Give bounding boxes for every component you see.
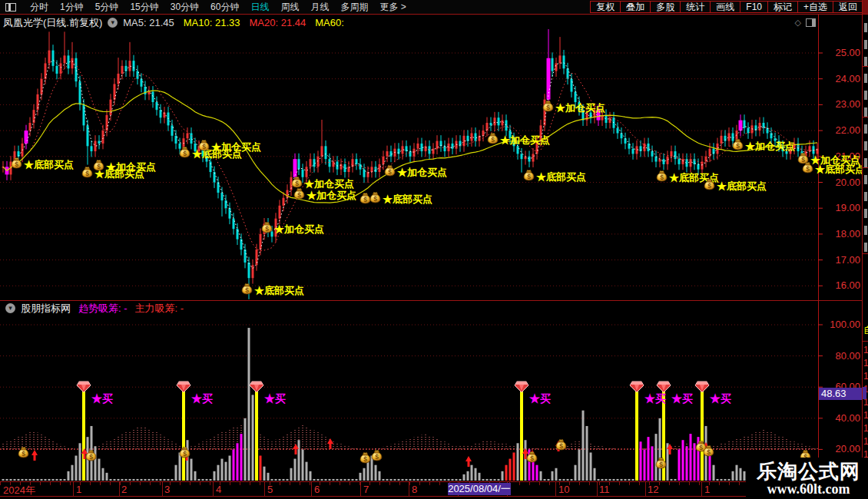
ma-legend-item: MA10: 21.33 [184,17,240,28]
strip-fragment [863,0,868,14]
strip-fragment: 1 [863,345,868,355]
watermark: 乐淘公式网 www.60lt.com [746,458,868,499]
right-edge-panel: 自111111111 [862,0,868,499]
period-tab-分时[interactable]: 分时 [30,1,48,14]
strip-fragment [864,107,867,117]
toolbar-button-统计[interactable]: 统计 [680,1,711,13]
toolbar-button-复权[interactable]: 复权 [590,1,621,13]
ma-legend-item: MA60: [315,17,344,28]
ma-legend: MA5: 21.45MA10: 21.33MA20: 21.44MA60: [123,17,353,28]
ma-legend-item: MA5: 21.45 [123,17,174,28]
strip-fragment [864,74,867,83]
strip-fragment [864,57,867,66]
period-tabs: 分时1分钟5分钟15分钟30分钟60分钟日线周线月线多周期更多 > [30,1,406,14]
period-tab-更多 >[interactable]: 更多 > [379,1,406,14]
chevron-down-icon[interactable]: ▾ [108,18,118,28]
strip-fragment [863,253,868,254]
period-tab-月线[interactable]: 月线 [310,1,329,14]
chart-canvas[interactable] [0,0,868,499]
indicator-title: 股朋指标网 [21,302,71,316]
strip-fragment [864,158,867,167]
strip-fragment [864,124,867,134]
selected-date-badge: 2025/08/04/一 [448,483,511,495]
period-tab-日线[interactable]: 日线 [250,1,269,14]
info-bar: 凤凰光学(日线.前复权) ▾ MA5: 21.45MA10: 21.33MA20… [0,15,866,30]
strip-fragment [863,387,866,399]
period-tab-30分钟[interactable]: 30分钟 [171,1,199,14]
period-tab-多周期[interactable]: 多周期 [340,1,368,14]
toolbar-button-F10[interactable]: F10 [740,1,768,13]
strip-fragment [863,66,868,67]
strip-fragment: 1 [863,411,868,420]
toolbar-button-叠加[interactable]: 叠加 [620,1,651,13]
strip-fragment [864,175,867,184]
window-layout-icon[interactable] [5,3,16,12]
strip-fragment [863,14,868,15]
stock-title: 凤凰光学(日线.前复权) [3,16,102,30]
period-tab-1分钟[interactable]: 1分钟 [60,1,84,14]
strip-fragment [864,141,867,150]
period-tab-5分钟[interactable]: 5分钟 [95,1,119,14]
strip-fragment [864,192,867,201]
toolbar-button-返回[interactable]: 返回 [833,1,863,13]
toolbar-button-画线[interactable]: 画线 [710,1,740,13]
strip-fragment: 1 [863,372,868,381]
strip-fragment: 1 [863,424,868,433]
watermark-site-name: 乐淘公式网 [757,461,860,482]
period-tab-60分钟[interactable]: 60分钟 [210,1,239,14]
strip-fragment [864,40,867,49]
strip-fragment [864,23,867,32]
strip-fragment [864,209,867,218]
period-tab-周线[interactable]: 周线 [280,1,299,14]
strip-fragment [863,341,868,342]
period-tab-15分钟[interactable]: 15分钟 [130,1,158,14]
trading-app-window: 分时1分钟5分钟15分钟30分钟60分钟日线周线月线多周期更多 > 复权叠加多股… [0,0,868,499]
strip-fragment [863,167,868,168]
strip-fragment [864,226,867,235]
split-window-icon[interactable] [806,18,816,27]
strip-fragment [863,117,868,117]
toolbar-button-标记[interactable]: 标记 [767,1,798,13]
main-absorb-label: 主力吸筹: - [135,302,184,316]
strip-fragment: 1 [863,437,868,446]
watermark-url: www.60lt.com [757,482,860,497]
toolbar-button-多股[interactable]: 多股 [650,1,681,13]
diamond-marker-icon[interactable]: ◇ [795,18,801,28]
top-toolbar: 分时1分钟5分钟15分钟30分钟60分钟日线周线月线多周期更多 > 复权叠加多股… [0,0,868,14]
toolbar-button-+自选[interactable]: +自选 [797,1,833,13]
ma-legend-item: MA20: 21.44 [250,17,306,28]
strip-fragment: 自 [863,326,868,335]
indicator-value-badge: 48.63 [819,388,863,400]
trend-absorb-label: 趋势吸筹: - [78,302,128,316]
chevron-down-icon[interactable]: ▾ [5,303,15,313]
strip-fragment [864,91,867,100]
toolbar-buttons: 复权叠加多股统计画线F10标记+自选返回 [591,1,863,13]
indicator-header: ▾ 股朋指标网 趋势吸筹: - 主力吸筹: - [0,302,184,315]
strip-fragment [864,243,867,252]
strip-fragment: 1 [863,359,868,368]
